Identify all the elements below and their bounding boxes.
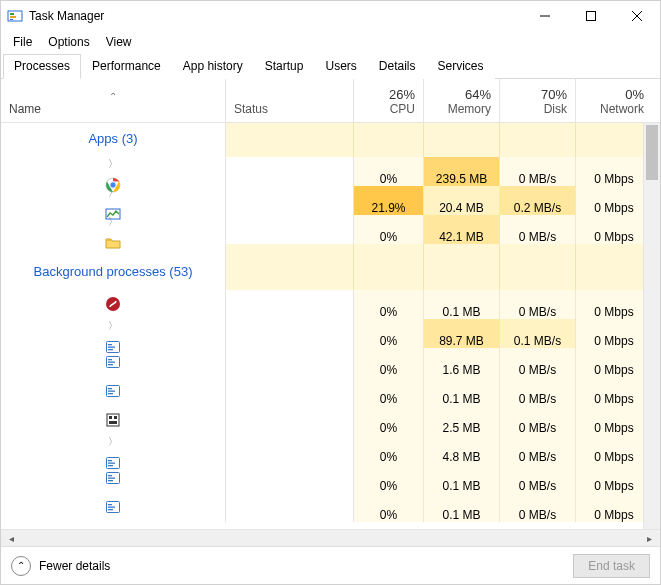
- col-name[interactable]: ⌃ Name: [1, 79, 226, 122]
- minimize-button[interactable]: [522, 1, 568, 31]
- maximize-button[interactable]: [568, 1, 614, 31]
- cell-cpu: 0%: [354, 493, 424, 522]
- cell-memory: 2.5 MB: [424, 406, 500, 435]
- service-icon: [105, 470, 121, 486]
- process-grid: ⌃ Name Status 26% CPU 64% Memory 70% Dis…: [1, 79, 660, 529]
- menu-file[interactable]: File: [5, 33, 40, 51]
- cell-cpu: [354, 123, 424, 157]
- horizontal-scrollbar[interactable]: ◂ ▸: [1, 529, 660, 546]
- svg-rect-19: [108, 359, 112, 360]
- svg-rect-24: [108, 391, 115, 392]
- svg-rect-21: [108, 364, 113, 365]
- cell-network: 0 Mbps: [576, 319, 652, 348]
- svg-rect-35: [108, 475, 112, 476]
- cell-name: COM Surrogate: [1, 348, 226, 377]
- cell-status: [226, 319, 354, 348]
- svg-rect-1: [10, 13, 14, 15]
- tab-performance[interactable]: Performance: [81, 54, 172, 79]
- process-row[interactable]: 〉CxAudioSvc0%4.8 MB0 MB/s0 Mbps: [1, 435, 643, 464]
- cell-memory: 1.6 MB: [424, 348, 500, 377]
- col-disk-label: Disk: [544, 102, 567, 116]
- cell-memory: [424, 256, 500, 290]
- scrollbar-thumb[interactable]: [646, 125, 658, 180]
- svg-rect-2: [10, 16, 16, 18]
- expand-chevron-icon[interactable]: 〉: [107, 319, 119, 333]
- window-title: Task Manager: [29, 9, 104, 23]
- cell-memory: 0.1 MB: [424, 290, 500, 319]
- col-memory[interactable]: 64% Memory: [424, 79, 500, 122]
- svg-rect-40: [108, 507, 115, 508]
- cell-network: 0 Mbps: [576, 215, 652, 244]
- cell-disk: 0 MB/s: [500, 406, 576, 435]
- process-row[interactable]: Device Association Framework ...0%0.1 MB…: [1, 464, 643, 493]
- tab-services[interactable]: Services: [427, 54, 495, 79]
- process-row[interactable]: 〉Task Manager21.9%20.4 MB0.2 MB/s0 Mbps: [1, 186, 643, 215]
- expand-chevron-icon[interactable]: 〉: [107, 186, 119, 200]
- tab-startup[interactable]: Startup: [254, 54, 315, 79]
- cell-name: 〉Antimalware Service Executable: [1, 319, 226, 348]
- cell-memory: 0.1 MB: [424, 377, 500, 406]
- cell-network: 0 Mbps: [576, 348, 652, 377]
- svg-rect-26: [107, 414, 119, 426]
- cell-cpu: 0%: [354, 464, 424, 493]
- cell-disk: 0 MB/s: [500, 464, 576, 493]
- expand-chevron-icon[interactable]: 〉: [107, 215, 119, 229]
- process-row[interactable]: 〉Google Chrome (11)0%239.5 MB0 MB/s0 Mbp…: [1, 157, 643, 186]
- scroll-left-icon[interactable]: ◂: [3, 532, 20, 545]
- col-status[interactable]: Status: [226, 79, 354, 122]
- svg-rect-12: [106, 239, 112, 241]
- process-row[interactable]: 64-bit Synaptics Pointing Enhan...0%0.1 …: [1, 290, 643, 319]
- cell-status: [226, 256, 354, 290]
- vertical-scrollbar[interactable]: [643, 123, 660, 529]
- cell-cpu: 0%: [354, 290, 424, 319]
- process-row[interactable]: 〉Antimalware Service Executable0%89.7 MB…: [1, 319, 643, 348]
- svg-rect-5: [587, 12, 596, 21]
- scroll-right-icon[interactable]: ▸: [641, 532, 658, 545]
- service-icon: [105, 383, 121, 399]
- close-button[interactable]: [614, 1, 660, 31]
- cell-disk: [500, 123, 576, 157]
- expand-chevron-icon[interactable]: 〉: [107, 435, 119, 449]
- tab-details[interactable]: Details: [368, 54, 427, 79]
- process-row[interactable]: Component Package Support S...0%0.1 MB0 …: [1, 377, 643, 406]
- footer: ⌃ Fewer details End task: [1, 546, 660, 584]
- cell-name: Device Association Framework ...: [1, 464, 226, 493]
- service-icon: [105, 499, 121, 515]
- col-network[interactable]: 0% Network: [576, 79, 652, 122]
- cell-name: CTF Loader: [1, 406, 226, 435]
- col-cpu[interactable]: 26% CPU: [354, 79, 424, 122]
- column-headers: ⌃ Name Status 26% CPU 64% Memory 70% Dis…: [1, 79, 660, 123]
- fewer-details-link[interactable]: Fewer details: [39, 559, 110, 573]
- group-title: Background processes (53): [1, 256, 226, 290]
- tab-users[interactable]: Users: [314, 54, 367, 79]
- process-row[interactable]: CTF Loader0%2.5 MB0 MB/s0 Mbps: [1, 406, 643, 435]
- cell-status: [226, 406, 354, 435]
- svg-rect-37: [108, 480, 113, 481]
- cell-disk: 0.1 MB/s: [500, 319, 576, 348]
- group-header: Apps (3): [1, 123, 643, 157]
- tab-processes[interactable]: Processes: [3, 54, 81, 79]
- cell-disk: 0 MB/s: [500, 215, 576, 244]
- svg-rect-20: [108, 362, 115, 363]
- tab-app-history[interactable]: App history: [172, 54, 254, 79]
- col-memory-label: Memory: [448, 102, 491, 116]
- process-name: Features On Demand Helper: [36, 521, 190, 522]
- cell-network: [576, 123, 652, 157]
- expand-chevron-icon[interactable]: 〉: [107, 157, 119, 171]
- menu-options[interactable]: Options: [40, 33, 97, 51]
- col-disk[interactable]: 70% Disk: [500, 79, 576, 122]
- cell-name: 〉Windows Explorer: [1, 215, 226, 244]
- cell-memory: 0.1 MB: [424, 493, 500, 522]
- process-row[interactable]: COM Surrogate0%1.6 MB0 MB/s0 Mbps: [1, 348, 643, 377]
- cell-cpu: 0%: [354, 319, 424, 348]
- menu-view[interactable]: View: [98, 33, 140, 51]
- cell-status: [226, 348, 354, 377]
- process-row[interactable]: Features On Demand Helper0%0.1 MB0 MB/s0…: [1, 493, 643, 522]
- process-row[interactable]: 〉Windows Explorer0%42.1 MB0 MB/s0 Mbps: [1, 215, 643, 244]
- cell-name: 64-bit Synaptics Pointing Enhan...: [1, 290, 226, 319]
- group-gap: [1, 244, 643, 256]
- end-task-button[interactable]: End task: [573, 554, 650, 578]
- cell-status: [226, 215, 354, 244]
- cell-disk: 0 MB/s: [500, 348, 576, 377]
- chevron-up-icon[interactable]: ⌃: [11, 556, 31, 576]
